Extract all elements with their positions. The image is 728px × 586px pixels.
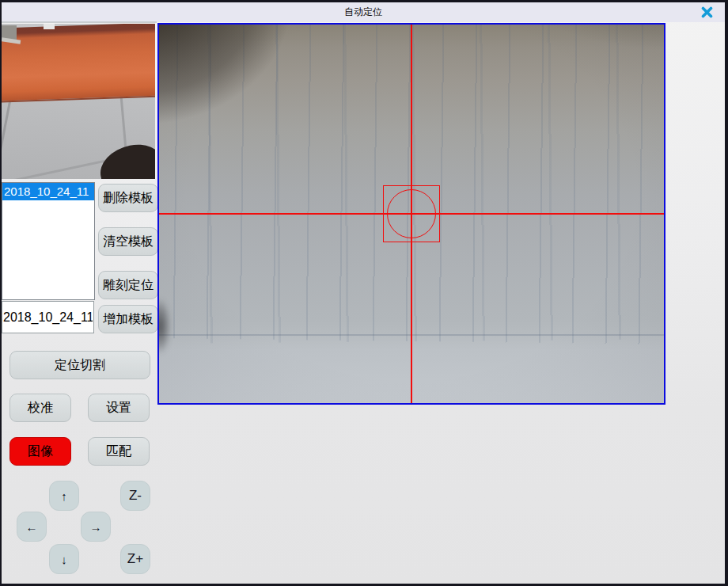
thumbnail-orange-board: [2, 24, 155, 103]
template-name-input[interactable]: [2, 301, 94, 333]
camera-view[interactable]: [157, 23, 665, 405]
template-list[interactable]: 2018_10_24_11: [2, 182, 95, 300]
add-template-button[interactable]: 增加模板: [98, 305, 158, 333]
jog-z-plus-button[interactable]: Z+: [120, 544, 150, 574]
jog-down-button[interactable]: ↓: [49, 544, 79, 574]
template-list-item[interactable]: 2018_10_24_11: [2, 183, 94, 200]
thumbnail-highlight: [44, 24, 55, 29]
close-icon: [701, 6, 713, 18]
settings-button[interactable]: 设置: [88, 394, 150, 422]
template-thumbnail: [2, 24, 155, 179]
close-button[interactable]: [696, 4, 717, 21]
calibrate-button[interactable]: 校准: [9, 394, 71, 422]
titlebar-separator: [2, 21, 157, 23]
clear-templates-button[interactable]: 清空模板: [98, 227, 158, 256]
target-circle: [387, 189, 436, 238]
image-button[interactable]: 图像: [9, 437, 71, 466]
match-button[interactable]: 匹配: [88, 437, 150, 466]
positioning-cut-button[interactable]: 定位切割: [9, 351, 150, 379]
jog-right-button[interactable]: →: [81, 512, 111, 542]
delete-template-button[interactable]: 删除模板: [98, 184, 158, 212]
window-title: 自动定位: [2, 6, 725, 19]
engrave-positioning-button[interactable]: 雕刻定位: [98, 271, 158, 299]
jog-left-button[interactable]: ←: [17, 512, 47, 542]
jog-up-button[interactable]: ↑: [49, 481, 79, 511]
auto-positioning-window: 自动定位 2018_10_24_11 删除模板 清空模板 雕刻定位 增加模板 定…: [0, 0, 728, 586]
titlebar: 自动定位: [2, 2, 725, 22]
jog-z-minus-button[interactable]: Z-: [120, 481, 150, 511]
